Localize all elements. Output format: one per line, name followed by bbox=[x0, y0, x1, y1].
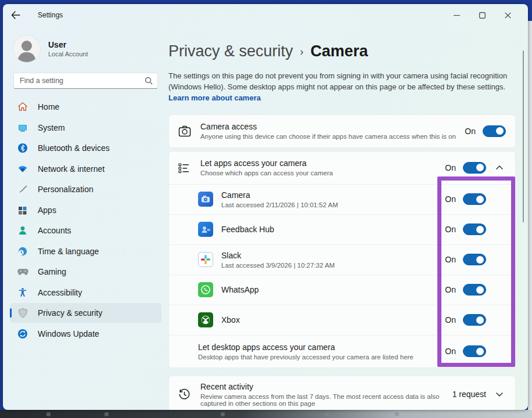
scrollbar-thumb[interactable] bbox=[523, 51, 524, 222]
chevron-down-icon[interactable] bbox=[493, 392, 506, 397]
sidebar-item-system[interactable]: System bbox=[10, 118, 161, 138]
let-apps-header-row[interactable]: Let apps access your camera Choose which… bbox=[169, 152, 515, 184]
windows-update-icon bbox=[17, 328, 28, 340]
setting-title: Let desktop apps access your camera bbox=[198, 343, 440, 352]
minimize-button[interactable] bbox=[451, 10, 462, 20]
setting-title: Camera access bbox=[200, 122, 460, 131]
sidebar-item-time-language[interactable]: Time & language bbox=[10, 242, 161, 261]
window-title: Settings bbox=[38, 11, 63, 19]
desktop-apps-toggle[interactable] bbox=[463, 345, 486, 357]
account-header[interactable]: User Local Account bbox=[10, 31, 161, 71]
sidebar-item-privacy-security[interactable]: Privacy & security bbox=[10, 303, 161, 323]
bluetooth-icon bbox=[17, 142, 28, 154]
recent-activity-row[interactable]: Recent activity Review camera access fro… bbox=[169, 376, 515, 410]
feedback-hub-icon bbox=[198, 222, 213, 237]
maximize-button[interactable] bbox=[477, 10, 487, 20]
taskbar-sliver bbox=[0, 410, 532, 418]
whatsapp-icon bbox=[198, 282, 213, 297]
sidebar-item-gaming[interactable]: Gaming bbox=[10, 262, 161, 282]
camera-access-row: Camera access Anyone using this device c… bbox=[169, 115, 515, 147]
toggle-state-label: On bbox=[445, 285, 456, 294]
app-row-feedback-hub: Feedback Hub On bbox=[169, 214, 515, 244]
app-name: Slack bbox=[221, 251, 440, 260]
sidebar-item-accounts[interactable]: Accounts bbox=[10, 221, 161, 240]
app-name: WhatsApp bbox=[221, 285, 440, 294]
let-apps-card: Let apps access your camera Choose which… bbox=[168, 151, 516, 368]
sidebar-item-bluetooth-devices[interactable]: Bluetooth & devices bbox=[10, 138, 161, 158]
titlebar: Settings bbox=[3, 4, 528, 26]
sidebar-item-label: Personalization bbox=[38, 185, 94, 194]
app-row-xbox: Xbox On bbox=[169, 305, 515, 335]
camera-app-icon bbox=[198, 192, 213, 207]
search-icon bbox=[145, 77, 153, 85]
setting-subtitle: Choose which apps can access your camera bbox=[200, 170, 440, 176]
back-button[interactable] bbox=[11, 11, 28, 19]
slack-icon bbox=[198, 252, 213, 267]
sidebar-item-accessibility[interactable]: Accessibility bbox=[10, 283, 161, 302]
let-apps-toggle[interactable] bbox=[463, 162, 486, 174]
chevron-up-icon[interactable] bbox=[493, 165, 506, 170]
toggle-state-label: On bbox=[445, 347, 456, 356]
sidebar-item-label: Accounts bbox=[38, 226, 71, 235]
sidebar-item-label: Accessibility bbox=[38, 288, 82, 297]
system-icon bbox=[17, 122, 28, 134]
app-name: Xbox bbox=[221, 315, 440, 325]
background-window-edge bbox=[528, 21, 532, 410]
breadcrumb-parent[interactable]: Privacy & security bbox=[168, 42, 293, 60]
close-button[interactable] bbox=[502, 10, 513, 20]
setting-subtitle: Anyone using this device can choose if t… bbox=[200, 133, 460, 140]
sidebar-item-apps[interactable]: Apps bbox=[10, 200, 161, 220]
account-type: Local Account bbox=[48, 51, 88, 57]
account-name: User bbox=[48, 40, 88, 49]
app-name: Feedback Hub bbox=[221, 225, 440, 234]
sidebar: User Local Account Home bbox=[3, 26, 168, 410]
sidebar-item-label: Home bbox=[38, 102, 59, 111]
xbox-icon bbox=[198, 312, 213, 327]
gaming-icon bbox=[17, 266, 28, 278]
avatar bbox=[13, 35, 40, 62]
breadcrumb: Privacy & security › Camera bbox=[168, 42, 517, 60]
recent-activity-count: 1 request bbox=[452, 390, 486, 399]
settings-window: Settings User Local bbox=[3, 4, 528, 410]
camera-outline-icon bbox=[178, 125, 200, 137]
sidebar-item-windows-update[interactable]: Windows Update bbox=[10, 324, 161, 344]
camera-app-toggle[interactable] bbox=[463, 193, 486, 205]
setting-title: Recent activity bbox=[200, 382, 448, 391]
sidebar-item-label: Bluetooth & devices bbox=[38, 143, 110, 153]
search-box[interactable] bbox=[13, 73, 158, 89]
feedback-hub-toggle[interactable] bbox=[463, 224, 486, 235]
page-title: Camera bbox=[311, 42, 368, 60]
app-row-camera: Camera Last accessed 2/11/2026 | 10:01:5… bbox=[169, 184, 515, 214]
privacy-security-icon bbox=[17, 307, 28, 319]
search-input[interactable] bbox=[20, 77, 145, 85]
sidebar-item-label: Gaming bbox=[38, 267, 66, 276]
page-description: The settings on this page do not prevent… bbox=[168, 71, 513, 104]
recent-activity-card: Recent activity Review camera access fro… bbox=[168, 376, 516, 410]
home-icon bbox=[17, 101, 28, 113]
sidebar-item-label: Apps bbox=[38, 206, 56, 215]
app-row-whatsapp: WhatsApp On bbox=[169, 275, 515, 305]
toggle-state-label: On bbox=[445, 255, 456, 264]
toggle-state-label: On bbox=[445, 315, 456, 325]
setting-subtitle: Desktop apps that have previously access… bbox=[198, 354, 440, 361]
setting-subtitle: Review camera access from the last 7 day… bbox=[200, 393, 448, 407]
desktop-background: Settings User Local bbox=[0, 0, 532, 418]
page-description-text: The settings on this page do not prevent… bbox=[168, 71, 507, 91]
sidebar-item-home[interactable]: Home bbox=[10, 97, 161, 117]
app-last-accessed: Last accessed 3/9/2026 | 10:27:32 AM bbox=[221, 262, 440, 269]
sidebar-item-network-internet[interactable]: Network & internet bbox=[10, 159, 161, 179]
content-pane: Privacy & security › Camera The settings… bbox=[168, 26, 528, 410]
network-icon bbox=[17, 163, 28, 175]
sidebar-item-label: System bbox=[38, 123, 65, 132]
slack-toggle[interactable] bbox=[463, 254, 486, 265]
xbox-toggle[interactable] bbox=[463, 314, 486, 326]
learn-more-link[interactable]: Learn more about camera bbox=[168, 93, 261, 102]
app-last-accessed: Last accessed 2/11/2026 | 10:01:52 AM bbox=[221, 201, 440, 208]
camera-access-toggle[interactable] bbox=[483, 125, 506, 137]
sidebar-item-personalization[interactable]: Personalization bbox=[10, 179, 161, 199]
sidebar-item-label: Windows Update bbox=[38, 329, 99, 338]
apps-icon bbox=[17, 204, 28, 216]
whatsapp-toggle[interactable] bbox=[463, 284, 486, 296]
camera-access-card: Camera access Anyone using this device c… bbox=[168, 114, 516, 148]
toggle-state-label: On bbox=[445, 163, 456, 172]
